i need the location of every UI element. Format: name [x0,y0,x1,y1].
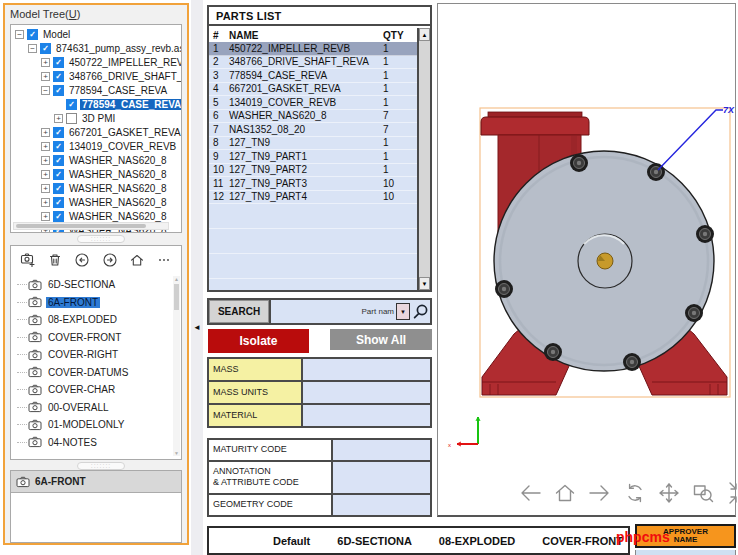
home-icon[interactable] [129,252,145,268]
collapse-panel-arrow[interactable]: ◄ [191,323,203,332]
model-tree-item[interactable]: + ✓ 667201_GASKET_REVA [11,125,181,139]
expand-toggle-icon[interactable]: + [41,58,50,67]
parts-list-row[interactable]: 12 127_TN9_PART4 10 [209,191,417,205]
search-filter-dropdown[interactable]: ▼ [396,303,410,320]
expand-toggle-icon[interactable]: + [41,142,50,151]
saved-view-item[interactable]: 00-OVERALL [11,399,173,417]
rotate-icon[interactable] [624,482,646,504]
model-tree-item[interactable]: − ✓ 874631_pump_assy_revb.asm [11,41,181,55]
model-tree-horizontal-scrollbar[interactable] [13,222,169,230]
expand-toggle-icon[interactable]: + [41,198,50,207]
saved-view-item[interactable]: COVER-CHAR [11,381,173,399]
search-input[interactable]: Part nam ▼ [271,300,430,323]
previous-view-icon[interactable] [518,482,542,504]
saved-view-item[interactable]: 08-EXPLODED [11,311,173,329]
expand-toggle-icon[interactable]: + [41,72,50,81]
saved-view-item[interactable]: COVER-DATUMS [11,364,173,382]
footer-view-tab[interactable]: 08-EXPLODED [439,535,515,547]
checkbox[interactable]: ✓ [53,197,64,208]
pump-model[interactable] [481,112,727,395]
saved-views-scrollbar[interactable]: ▲ ▼ [173,276,180,456]
expand-toggle-icon[interactable]: + [41,128,50,137]
scroll-down-icon[interactable]: ▼ [173,450,180,456]
property-value[interactable] [303,382,430,403]
next-view-icon[interactable] [588,482,612,504]
panel-resize-handle[interactable]: ::::::: [77,462,125,470]
footer-view-tab[interactable]: COVER-FRONT [542,535,623,547]
saved-view-item[interactable]: COVER-FRONT [11,329,173,347]
footer-view-tab[interactable]: 6D-SECTIONA [337,535,412,547]
expand-toggle-icon[interactable]: − [15,30,24,39]
footer-view-tab[interactable]: Default [273,535,310,547]
model-tree-item[interactable]: + ✓ WASHER_NAS620_8 [11,153,181,167]
model-tree-item[interactable]: + ✓ 134019_COVER_REVB [11,139,181,153]
parts-list-scrollbar[interactable]: ▲ ▼ [417,28,430,290]
checkbox[interactable] [66,113,77,124]
saved-view-item[interactable]: COVER-RIGHT [11,346,173,364]
model-viewport[interactable]: 7X x [437,3,736,517]
model-tree-item[interactable]: + ✓ 348766_DRIVE_SHAFT_RE [11,69,181,83]
model-tree-item[interactable]: + ✓ WASHER_NAS620_8 [11,195,181,209]
resize-icon[interactable] [728,480,738,506]
show-all-button[interactable]: Show All [330,329,432,350]
parts-list-row[interactable]: 2 348766_DRIVE_SHAFT_REVA 1 [209,56,417,70]
expand-toggle-icon[interactable]: + [54,114,63,123]
model-tree-item[interactable]: − ✓ Model [11,27,181,41]
current-view-header[interactable]: 6A-FRONT [11,471,181,493]
scrollbar-thumb[interactable] [174,284,179,310]
parts-list-row[interactable]: 9 127_TN9_PART1 1 [209,150,417,164]
model-tree-item[interactable]: + 3D PMI [11,111,181,125]
checkbox[interactable]: ✓ [53,141,64,152]
property-value[interactable] [333,440,430,460]
saved-view-item[interactable]: 6A-FRONT [11,294,173,312]
model-tree-item[interactable]: − ✓ 778594_CASE_REVA [11,83,181,97]
search-button[interactable]: SEARCH [209,300,271,323]
model-tree-item[interactable]: + ✓ WASHER_NAS620_8 [11,181,181,195]
parts-list-row[interactable]: 11 127_TN9_PART3 10 [209,177,417,191]
panel-splitter[interactable]: ◄ [191,0,203,555]
panel-resize-handle[interactable]: ::::::: [77,235,125,243]
expand-toggle-icon[interactable]: + [41,184,50,193]
checkbox[interactable]: ✓ [40,43,51,54]
new-view-icon[interactable] [20,252,36,268]
scrollbar-thumb[interactable] [16,224,146,228]
home-view-icon[interactable] [554,482,576,504]
checkbox[interactable]: ✓ [53,155,64,166]
expand-toggle-icon[interactable]: − [41,86,50,95]
model-tree-item[interactable]: + ✓ WASHER_NAS620_8 [11,209,181,223]
model-tree-item[interactable]: + ✓ 450722_IMPELLER_REVB [11,55,181,69]
parts-list-row[interactable]: 10 127_TN9_PART2 1 [209,164,417,178]
parts-list-row[interactable]: 6 WASHER_NAS620_8 7 [209,110,417,124]
checkbox[interactable]: ✓ [27,29,38,40]
property-value[interactable] [303,359,430,380]
delete-icon[interactable] [47,252,63,268]
expand-toggle-icon[interactable]: + [41,156,50,165]
checkbox[interactable]: ✓ [53,183,64,194]
parts-list-row[interactable]: 8 127_TN9 1 [209,137,417,151]
model-tree-item[interactable]: ✓ 778594_CASE_REVA [11,97,181,111]
saved-view-item[interactable]: 04-NOTES [11,434,173,452]
back-icon[interactable] [74,252,90,268]
property-value[interactable] [333,462,430,493]
scroll-down-icon[interactable]: ▼ [419,277,430,290]
expand-toggle-icon[interactable]: + [41,170,50,179]
model-tree-item[interactable]: + ✓ WASHER_NAS620_8 [11,167,181,181]
search-icon[interactable] [412,303,429,320]
checkbox[interactable]: ✓ [53,71,64,82]
parts-list-row[interactable]: 3 778594_CASE_REVA 1 [209,69,417,83]
more-icon[interactable] [156,252,172,268]
forward-icon[interactable] [102,252,118,268]
expand-toggle-icon[interactable]: − [28,44,37,53]
property-value[interactable] [333,495,430,515]
bolt-count-annotation[interactable]: 7X [658,105,735,170]
checkbox[interactable]: ✓ [66,99,77,110]
parts-list-row[interactable]: 7 NAS1352_08_20 7 [209,123,417,137]
parts-list-row[interactable] [209,254,417,279]
parts-list-row[interactable] [209,204,417,229]
saved-view-item[interactable]: 6D-SECTIONA [11,276,173,294]
pan-icon[interactable] [658,482,680,504]
checkbox[interactable]: ✓ [53,57,64,68]
parts-list-row[interactable]: 5 134019_COVER_REVB 1 [209,96,417,110]
checkbox[interactable]: ✓ [53,211,64,222]
property-value[interactable] [303,405,430,426]
